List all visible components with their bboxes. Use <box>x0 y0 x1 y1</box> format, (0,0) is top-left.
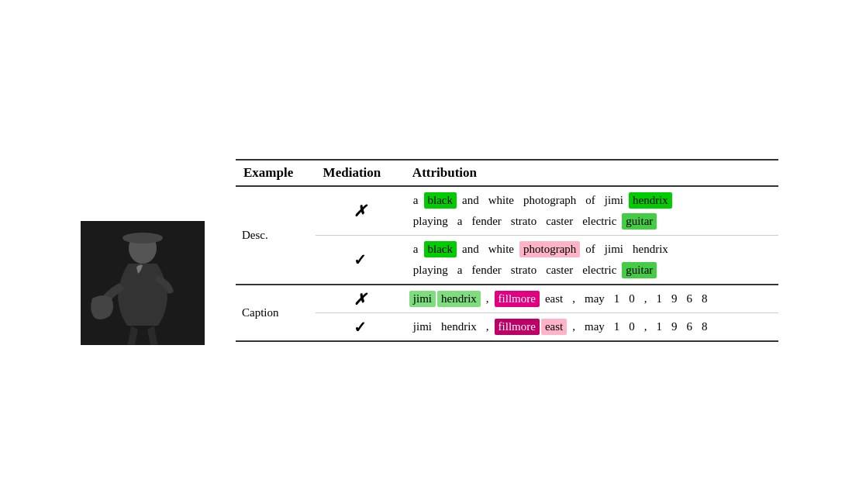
svg-point-2 <box>122 233 163 243</box>
section-label: Desc. <box>236 186 316 285</box>
token: hendrix <box>629 192 672 209</box>
mediation-cell: ✓ <box>316 313 405 342</box>
token: 8 <box>698 319 712 335</box>
table-row: ✓jimihendrix,fillmoreeast,may10,1968 <box>236 313 778 342</box>
attribution-cell: jimihendrix,fillmoreeast,may10,1968 <box>405 313 778 342</box>
token: jimi <box>409 291 436 307</box>
attribution-cell: ablackandwhitephotographofjimihendrixpla… <box>405 186 778 236</box>
token: a <box>454 213 467 230</box>
col-attribution-header: Attribution <box>405 160 778 186</box>
token: may <box>581 319 609 335</box>
token: playing <box>409 213 452 230</box>
table-header-row: Example Mediation Attribution <box>236 160 778 186</box>
token: , <box>568 319 579 335</box>
token: black <box>424 241 457 257</box>
token: , <box>482 291 493 307</box>
table-row: Desc.✗ablackandwhitephotographofjimihend… <box>236 186 778 236</box>
token: 1 <box>653 291 667 307</box>
token: of <box>581 241 599 257</box>
token: 0 <box>625 319 639 335</box>
token: jimi <box>601 192 627 209</box>
token: , <box>640 291 651 307</box>
token: fender <box>468 262 505 278</box>
token: caster <box>542 213 577 230</box>
data-table-area: Example Mediation Attribution Desc.✗abla… <box>236 159 778 342</box>
token: fillmore <box>495 319 540 335</box>
token: of <box>581 192 599 209</box>
token: 6 <box>683 319 697 335</box>
token: , <box>640 319 651 335</box>
token: jimi <box>601 241 627 257</box>
mediation-cell: ✗ <box>316 186 405 236</box>
token: 9 <box>668 291 681 307</box>
token: and <box>458 192 483 209</box>
token: photograph <box>519 241 580 257</box>
token: electric <box>578 213 620 230</box>
subject-photo <box>81 221 205 345</box>
token: a <box>409 241 423 257</box>
section-label: Caption <box>236 285 316 341</box>
token: fillmore <box>495 291 540 307</box>
token: 1 <box>610 291 624 307</box>
attribution-cell: jimihendrix,fillmoreeast,may10,1968 <box>405 285 778 313</box>
token: , <box>482 319 493 335</box>
mediation-cell: ✗ <box>316 285 405 313</box>
token: may <box>581 291 609 307</box>
token: strato <box>507 213 540 230</box>
token: photograph <box>519 192 580 209</box>
token: hendrix <box>437 291 481 307</box>
token: 6 <box>683 291 697 307</box>
table-row: ✓ablackandwhitephotographofjimihendrixpl… <box>236 236 778 285</box>
token: a <box>409 192 423 209</box>
token: a <box>454 262 467 278</box>
token: , <box>568 291 579 307</box>
token: guitar <box>622 213 657 230</box>
token: playing <box>409 262 452 278</box>
token: fender <box>468 213 505 230</box>
col-mediation-header: Mediation <box>316 160 405 186</box>
token: white <box>485 241 518 257</box>
col-example-header: Example <box>236 160 316 186</box>
table-row: Caption✗jimihendrix,fillmoreeast,may10,1… <box>236 285 778 313</box>
mediation-cell: ✓ <box>316 236 405 285</box>
token: 0 <box>625 291 639 307</box>
token: and <box>458 241 483 257</box>
token: jimi <box>409 319 436 335</box>
token: 8 <box>698 291 712 307</box>
token: 1 <box>610 319 624 335</box>
token: black <box>424 192 457 209</box>
token: east <box>541 319 567 335</box>
token: white <box>485 192 518 209</box>
main-container: Example Mediation Attribution Desc.✗abla… <box>65 143 794 361</box>
token: caster <box>542 262 577 278</box>
token: east <box>541 291 567 307</box>
attribution-cell: ablackandwhitephotographofjimihendrixpla… <box>405 236 778 285</box>
token: 1 <box>653 319 667 335</box>
token: guitar <box>622 262 657 278</box>
results-table: Example Mediation Attribution Desc.✗abla… <box>236 159 778 342</box>
token: 9 <box>668 319 681 335</box>
token: strato <box>507 262 540 278</box>
token: electric <box>578 262 620 278</box>
token: hendrix <box>437 319 481 335</box>
token: hendrix <box>629 241 672 257</box>
